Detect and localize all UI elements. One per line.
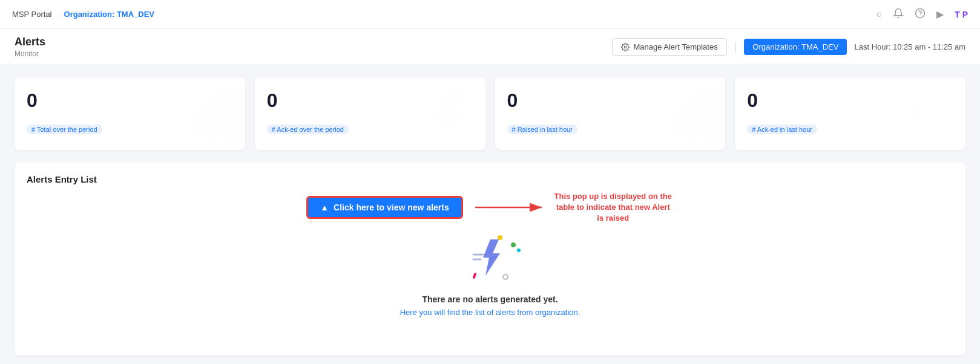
stat-card-acked-last: 0 # Ack-ed in last hour xyxy=(735,77,965,150)
lightning-icon xyxy=(472,236,508,279)
stat-label-acked-last: # Ack-ed in last hour xyxy=(747,125,817,134)
time-range: Last Hour: 10:25 am - 11:25 am xyxy=(854,42,965,51)
alerts-entry-section: Alerts Entry List ▲ Click here to view n… xyxy=(15,162,965,356)
main-content: 0 # Total over the period 0 # Ack-ed ove… xyxy=(0,65,980,364)
header-actions: Manage Alert Templates | Organization: T… xyxy=(612,38,965,56)
page-title: Alerts xyxy=(15,36,45,48)
stat-card-total: 0 # Total over the period xyxy=(15,77,245,150)
empty-state-title: There are no alerts generated yet. xyxy=(422,294,557,304)
arrow-icon[interactable]: ▶ xyxy=(936,8,944,20)
org-label-text: Organization: xyxy=(64,10,115,19)
stat-value-acked: 0 xyxy=(267,89,473,112)
annotation-text: This pop up is displayed on the table to… xyxy=(553,191,674,224)
org-name: TMA_DEV xyxy=(117,10,154,19)
stat-label-acked: # Ack-ed over the period xyxy=(267,125,349,134)
dot-green xyxy=(511,242,516,247)
avatar: T P xyxy=(955,10,968,19)
brand-label: MSP Portal xyxy=(12,10,52,19)
search-icon[interactable]: ○ xyxy=(876,9,883,20)
stat-card-acked: 0 # Ack-ed over the period xyxy=(255,77,485,150)
header-divider: | xyxy=(734,41,737,53)
svg-marker-14 xyxy=(483,239,500,276)
stat-value-acked-last: 0 xyxy=(747,89,953,112)
page-header: Alerts Monitor Manage Alert Templates | … xyxy=(0,29,980,65)
manage-btn-label: Manage Alert Templates xyxy=(633,42,717,51)
stat-label-total: # Total over the period xyxy=(27,125,102,134)
svg-point-2 xyxy=(625,46,627,48)
topnav: MSP Portal Organization: TMA_DEV ○ ▶ T P xyxy=(0,0,980,29)
empty-icon-area xyxy=(460,230,521,285)
org-filter-button[interactable]: Organization: TMA_DEV xyxy=(744,39,847,55)
stat-cards: 0 # Total over the period 0 # Ack-ed ove… xyxy=(15,77,965,150)
stat-value-total: 0 xyxy=(27,89,233,112)
view-new-alerts-button[interactable]: ▲ Click here to view new alerts xyxy=(306,196,463,219)
page-title-block: Alerts Monitor xyxy=(15,36,45,58)
up-arrow-icon: ▲ xyxy=(320,203,329,212)
help-icon[interactable] xyxy=(915,8,926,21)
section-title: Alerts Entry List xyxy=(27,174,953,184)
page-subtitle: Monitor xyxy=(15,50,45,58)
annotation-arrow xyxy=(475,198,548,216)
empty-state-subtitle: Here you will find the list of alerts fr… xyxy=(400,308,580,317)
org-label: Organization: TMA_DEV xyxy=(64,10,155,19)
bell-icon[interactable] xyxy=(893,8,904,21)
topnav-right: ○ ▶ T P xyxy=(876,8,968,21)
new-alerts-btn-label: Click here to view new alerts xyxy=(334,203,449,212)
manage-alert-templates-button[interactable]: Manage Alert Templates xyxy=(612,38,726,56)
stat-value-raised: 0 xyxy=(507,89,714,112)
gear-icon xyxy=(621,43,630,51)
stat-card-raised: 0 # Raised in last hour xyxy=(495,77,726,150)
stat-label-raised: # Raised in last hour xyxy=(507,125,577,134)
dot-teal xyxy=(517,249,521,252)
